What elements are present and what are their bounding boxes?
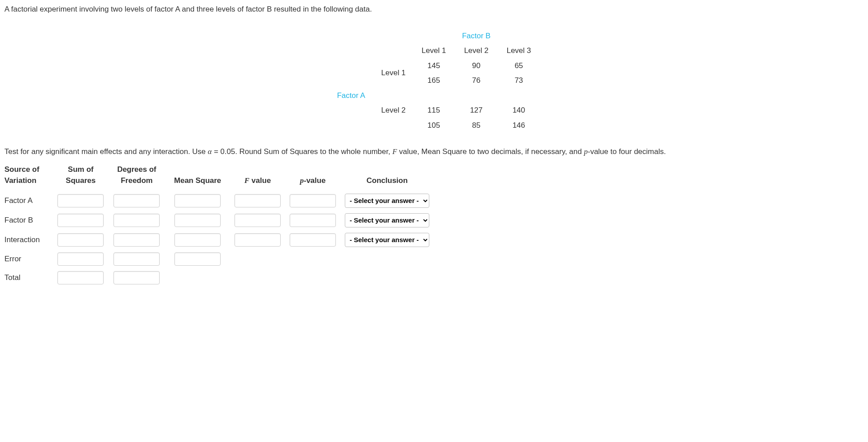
df-input[interactable] [113, 233, 160, 247]
ss-input[interactable] [57, 252, 104, 266]
header-ms: Mean Square [170, 162, 234, 191]
header-ss: Sum ofSquares [57, 162, 113, 191]
data-cell: 76 [454, 73, 498, 88]
anova-table: Source ofVariation Sum ofSquares Degrees… [4, 162, 438, 287]
header-df: Degrees ofFreedom [113, 162, 170, 191]
header-p: p-value [290, 162, 345, 191]
header-source: Source ofVariation [4, 162, 57, 191]
f-input[interactable] [234, 214, 281, 227]
ss-input[interactable] [57, 233, 104, 247]
df-input[interactable] [113, 271, 160, 284]
data-cell: 145 [414, 58, 454, 73]
data-table: Factor B Level 1 Level 2 Level 3 Level 1… [329, 28, 539, 133]
data-cell: 140 [499, 103, 539, 118]
anova-row-label: Interaction [4, 230, 57, 250]
conclusion-select[interactable]: - Select your answer - [345, 213, 429, 227]
header-conclusion: Conclusion [345, 162, 438, 191]
row-group-1-label: Level 1 [373, 58, 414, 88]
ss-input[interactable] [57, 194, 104, 207]
df-input[interactable] [113, 194, 160, 207]
header-f: F value [234, 162, 290, 191]
ms-input[interactable] [174, 194, 221, 207]
data-cell: 85 [454, 118, 498, 133]
df-input[interactable] [113, 252, 160, 266]
p-input[interactable] [290, 214, 336, 227]
conclusion-select[interactable]: - Select your answer - [345, 194, 429, 208]
data-cell: 165 [414, 73, 454, 88]
data-cell: 65 [499, 58, 539, 73]
factor-a-label: Factor A [329, 88, 373, 103]
row-group-2-label: Level 2 [373, 103, 414, 118]
p-input[interactable] [290, 233, 336, 247]
df-input[interactable] [113, 214, 160, 227]
anova-row-label: Error [4, 250, 57, 268]
f-input[interactable] [234, 233, 281, 247]
ms-input[interactable] [174, 233, 221, 247]
f-input[interactable] [234, 194, 281, 207]
anova-row-label: Factor A [4, 191, 57, 211]
conclusion-select[interactable]: - Select your answer - [345, 233, 429, 247]
anova-row-label: Factor B [4, 211, 57, 230]
ss-input[interactable] [57, 271, 104, 284]
data-cell: 146 [499, 118, 539, 133]
data-cell: 127 [454, 103, 498, 118]
col-header-2: Level 2 [454, 43, 498, 58]
instruction-text: Test for any significant main effects an… [4, 146, 864, 158]
p-input[interactable] [290, 194, 336, 207]
intro-text: A factorial experiment involving two lev… [4, 4, 864, 15]
col-header-1: Level 1 [414, 43, 454, 58]
data-cell: 90 [454, 58, 498, 73]
col-header-3: Level 3 [499, 43, 539, 58]
ms-input[interactable] [174, 252, 221, 266]
data-cell: 73 [499, 73, 539, 88]
anova-row-label: Total [4, 268, 57, 287]
data-cell: 105 [414, 118, 454, 133]
data-cell: 115 [414, 103, 454, 118]
factor-b-label: Factor B [454, 28, 498, 44]
ms-input[interactable] [174, 214, 221, 227]
ss-input[interactable] [57, 214, 104, 227]
